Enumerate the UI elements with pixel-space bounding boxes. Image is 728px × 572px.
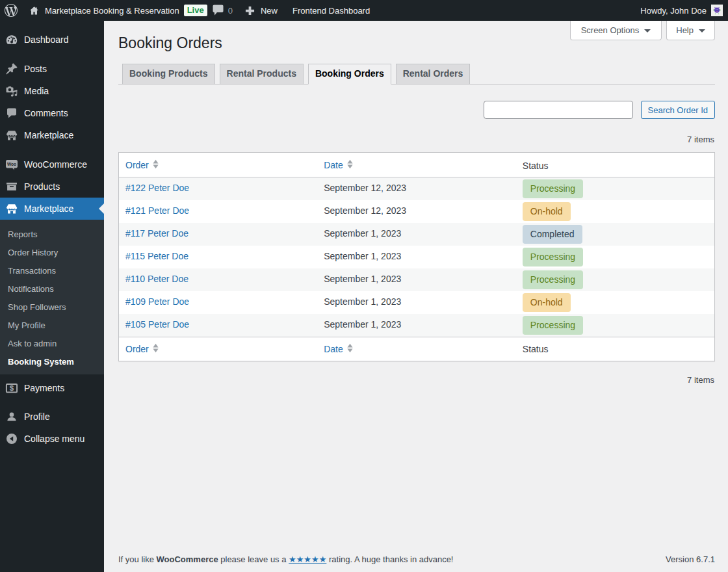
- svg-text:$: $: [10, 384, 14, 392]
- svg-text:Woo: Woo: [7, 162, 16, 166]
